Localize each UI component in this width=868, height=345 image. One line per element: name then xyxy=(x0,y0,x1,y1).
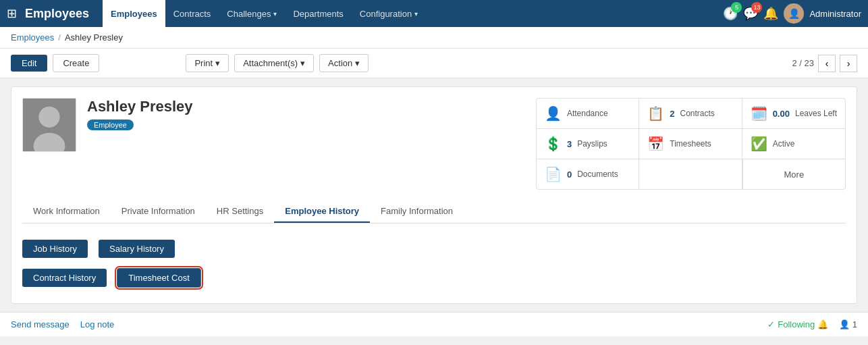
nav-configuration[interactable]: Configuration ▾ xyxy=(352,0,426,27)
more-label: More xyxy=(784,169,805,180)
pagination-prev[interactable]: ‹ xyxy=(818,55,836,72)
timesheet-cost-button[interactable]: Timesheet Cost xyxy=(117,269,200,287)
tab-family-information[interactable]: Family Information xyxy=(370,201,464,223)
app-name: Employees xyxy=(25,7,89,21)
toolbar-right: 2 / 23 ‹ › xyxy=(792,55,857,72)
attachments-chevron: ▾ xyxy=(300,58,305,68)
stat-timesheets[interactable]: 📅 Timesheets xyxy=(639,129,742,159)
tab-employee-history[interactable]: Employee History xyxy=(274,201,370,223)
payslips-label: Payslips xyxy=(577,139,607,149)
breadcrumb-separator: / xyxy=(58,32,61,43)
stat-attendance[interactable]: 👤 Attendance xyxy=(537,99,639,129)
stat-contracts[interactable]: 📋 2 Contracts xyxy=(639,99,742,129)
edit-button[interactable]: Edit xyxy=(11,55,47,72)
top-nav: ⊞ Employees Employees Contracts Challeng… xyxy=(0,0,868,27)
notification-icon-badge[interactable]: 🔔 xyxy=(763,6,778,21)
following-button[interactable]: ✓ Following 🔔 xyxy=(767,319,828,329)
contract-history-button[interactable]: Contract History xyxy=(22,269,107,287)
contracts-label: Contracts xyxy=(680,109,715,118)
right-icons: 🕐 5 💬 13 🔔 👤 Administrator xyxy=(723,3,861,24)
employee-history-tab-content: Job History Salary History Contract Hist… xyxy=(22,234,846,292)
svg-point-1 xyxy=(38,107,59,128)
stat-leaves[interactable]: 🗓️ 0.00 Leaves Left xyxy=(742,99,845,129)
attendance-icon: 👤 xyxy=(545,105,562,122)
active-label: Active xyxy=(773,139,795,149)
timesheets-icon: 📅 xyxy=(647,136,664,152)
employee-role-badge: Employee xyxy=(87,120,134,130)
payslips-icon: 💲 xyxy=(545,136,562,152)
toolbar: Edit Create Print ▾ Attachment(s) ▾ Acti… xyxy=(0,49,868,78)
action-chevron: ▾ xyxy=(355,58,360,68)
action-button[interactable]: Action ▾ xyxy=(319,54,369,72)
payslips-num: 3 xyxy=(567,139,572,149)
leaves-label: Leaves Left xyxy=(795,109,837,118)
stat-documents[interactable]: 📄 0 Documents xyxy=(537,159,639,189)
send-message-link[interactable]: Send message xyxy=(11,319,70,329)
documents-label: Documents xyxy=(577,169,618,179)
footer-bar: Send message Log note ✓ Following 🔔 👤 1 xyxy=(0,312,868,336)
history-row-1: Job History Salary History xyxy=(22,240,846,258)
challenges-chevron: ▾ xyxy=(273,10,277,18)
more-cell[interactable]: More xyxy=(742,159,845,189)
tabs: Work Information Private Information HR … xyxy=(22,201,846,223)
print-button[interactable]: Print ▾ xyxy=(186,54,229,72)
breadcrumb-bar: Employees / Ashley Presley xyxy=(0,27,868,49)
follower-count[interactable]: 👤 1 xyxy=(839,319,857,329)
log-note-link[interactable]: Log note xyxy=(80,319,115,329)
nav-items: Employees Contracts Challenges ▾ Departm… xyxy=(103,0,723,27)
leaves-num: 0.00 xyxy=(773,109,790,119)
employee-name: Ashley Presley xyxy=(87,98,536,115)
attendance-label: Attendance xyxy=(567,109,608,118)
breadcrumb-parent[interactable]: Employees xyxy=(11,32,54,43)
stat-active[interactable]: ✅ Active xyxy=(742,129,845,159)
pagination-next[interactable]: › xyxy=(840,55,857,72)
main-content: Ashley Presley Employee 👤 Attendance 📋 2… xyxy=(0,78,868,312)
footer-right: ✓ Following 🔔 👤 1 xyxy=(767,319,857,329)
admin-name[interactable]: Administrator xyxy=(809,9,861,19)
job-history-button[interactable]: Job History xyxy=(22,240,88,258)
configuration-chevron: ▾ xyxy=(414,10,418,18)
employee-header: Ashley Presley Employee 👤 Attendance 📋 2… xyxy=(22,98,846,190)
employee-name-block: Ashley Presley Employee xyxy=(87,98,536,130)
message-icon-badge[interactable]: 💬 13 xyxy=(743,6,758,21)
documents-icon: 📄 xyxy=(545,166,562,182)
create-button[interactable]: Create xyxy=(53,54,99,72)
stats-grid: 👤 Attendance 📋 2 Contracts 🗓️ 0.00 Leave… xyxy=(536,98,846,190)
attachments-button[interactable]: Attachment(s) ▾ xyxy=(234,54,314,72)
follower-icon: 👤 xyxy=(839,319,850,329)
pagination-info: 2 / 23 xyxy=(792,58,814,68)
employee-photo-inner xyxy=(23,99,76,151)
nav-departments[interactable]: Departments xyxy=(285,0,351,27)
following-bell-icon: 🔔 xyxy=(817,319,828,329)
stat-payslips[interactable]: 💲 3 Payslips xyxy=(537,129,639,159)
nav-employees[interactable]: Employees xyxy=(103,0,165,27)
tab-work-information[interactable]: Work Information xyxy=(22,201,111,223)
print-chevron: ▾ xyxy=(215,58,220,68)
leaves-icon: 🗓️ xyxy=(751,105,767,122)
history-row-2: Contract History Timesheet Cost xyxy=(22,269,846,287)
following-check-icon: ✓ xyxy=(767,319,775,329)
avatar[interactable]: 👤 xyxy=(784,3,804,24)
active-icon: ✅ xyxy=(751,136,767,152)
timesheets-label: Timesheets xyxy=(670,139,711,149)
contracts-icon: 📋 xyxy=(647,105,664,122)
nav-contracts[interactable]: Contracts xyxy=(165,0,219,27)
message-badge: 13 xyxy=(751,2,762,13)
employee-photo xyxy=(22,98,76,152)
history-buttons: Job History Salary History Contract Hist… xyxy=(22,240,846,287)
salary-history-button[interactable]: Salary History xyxy=(99,240,175,258)
tab-private-information[interactable]: Private Information xyxy=(111,201,206,223)
employee-silhouette xyxy=(23,98,76,152)
activity-badge: 5 xyxy=(731,2,742,13)
nav-challenges[interactable]: Challenges ▾ xyxy=(219,0,285,27)
activity-icon-badge[interactable]: 🕐 5 xyxy=(723,6,738,21)
stat-empty xyxy=(639,159,742,189)
contracts-num: 2 xyxy=(670,109,674,119)
documents-num: 0 xyxy=(567,169,572,180)
employee-card: Ashley Presley Employee 👤 Attendance 📋 2… xyxy=(11,86,857,304)
follower-num: 1 xyxy=(852,319,857,329)
following-label: Following xyxy=(778,319,815,329)
app-grid-icon[interactable]: ⊞ xyxy=(7,6,17,21)
breadcrumb-current: Ashley Presley xyxy=(65,32,123,43)
tab-hr-settings[interactable]: HR Settings xyxy=(206,201,274,223)
